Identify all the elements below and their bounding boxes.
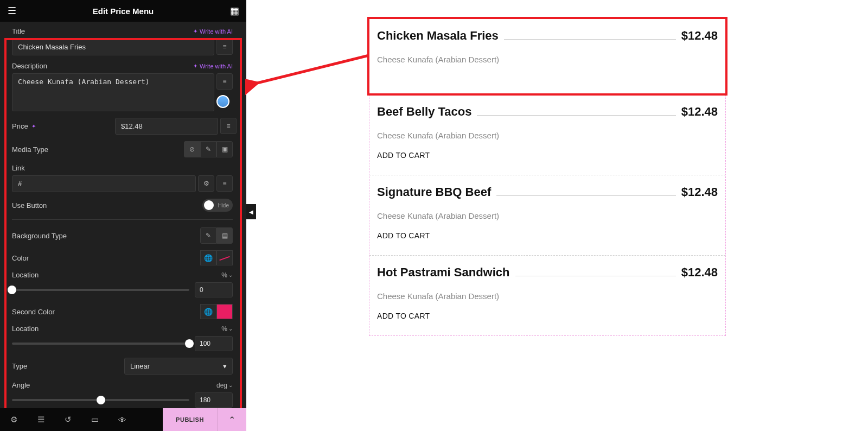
media-none-icon[interactable]: ⊘ <box>184 141 200 157</box>
bg-gradient-icon[interactable]: ▤ <box>216 227 233 244</box>
responsive-icon[interactable]: ▭ <box>81 408 108 431</box>
title-input[interactable] <box>12 39 214 55</box>
use-button-toggle[interactable]: Hide <box>202 199 233 212</box>
title-db-icon[interactable]: ≡ <box>216 39 233 55</box>
annotation-arrow <box>245 33 375 98</box>
menu-item-divider <box>496 195 675 196</box>
chevron-down-icon: ▾ <box>223 362 227 370</box>
title-label: Title <box>12 27 25 35</box>
location-label: Location <box>12 271 39 279</box>
type-label: Type <box>12 362 27 370</box>
preview-icon[interactable]: 👁 <box>108 408 136 431</box>
use-button-label: Use Button <box>12 201 47 210</box>
description-input[interactable] <box>12 73 214 111</box>
location-slider[interactable] <box>12 289 189 291</box>
menu-item-price: $12.48 <box>681 105 718 119</box>
angle-value[interactable] <box>195 392 233 408</box>
menu-item-divider <box>477 115 675 116</box>
publish-button[interactable]: PUBLISH <box>163 408 217 431</box>
sidebar-footer: ⚙ ☰ ↺ ▭ 👁 PUBLISH ⌃ <box>0 408 246 431</box>
angle-label: Angle <box>12 381 30 389</box>
media-icon-icon[interactable]: ✎ <box>200 141 216 157</box>
color-label: Color <box>12 254 29 262</box>
editor-sidebar: ☰ Edit Price Menu ▦ Title Write with AI … <box>0 0 246 431</box>
sidebar-body: Title Write with AI ≡ Description Write … <box>0 22 246 408</box>
menu-item-price: $12.48 <box>681 29 718 43</box>
add-to-cart-button[interactable]: ADD TO CART <box>377 151 718 160</box>
menu-item-divider <box>504 39 676 40</box>
link-settings-icon[interactable]: ⚙ <box>198 175 214 192</box>
bg-type-label: Background Type <box>12 232 67 240</box>
settings-icon[interactable]: ⚙ <box>0 408 27 431</box>
bg-solid-icon[interactable]: ✎ <box>200 227 216 244</box>
color-swatch-none[interactable] <box>216 250 233 265</box>
menu-item-title: Hot Pastrami Sandwich <box>377 265 510 280</box>
location-unit[interactable]: % <box>221 271 233 279</box>
add-to-cart-button[interactable]: ADD TO CART <box>377 231 718 240</box>
menu-item-desc: Cheese Kunafa (Arabian Dessert) <box>377 131 718 140</box>
publish-dropdown-icon[interactable]: ⌃ <box>217 408 246 431</box>
menu-item-desc: Cheese Kunafa (Arabian Dessert) <box>377 55 718 64</box>
slider-thumb[interactable] <box>8 286 16 294</box>
menu-item-desc: Cheese Kunafa (Arabian Dessert) <box>377 211 718 220</box>
type-select[interactable]: Linear ▾ <box>124 358 233 375</box>
link-label: Link <box>12 164 25 172</box>
angle-slider[interactable] <box>12 399 189 401</box>
slider-thumb[interactable] <box>185 339 194 348</box>
menu-item[interactable]: Beef Belly Tacos $12.48 Cheese Kunafa (A… <box>369 95 725 175</box>
media-type-label: Media Type <box>12 145 48 154</box>
menu-item-selected[interactable]: Chicken Masala Fries $12.48 Cheese Kunaf… <box>367 17 727 96</box>
slider-thumb[interactable] <box>97 396 105 404</box>
menu-item[interactable]: Hot Pastrami Sandwich $12.48 Cheese Kuna… <box>369 256 725 335</box>
menu-icon[interactable]: ☰ <box>5 5 18 17</box>
sidebar-header: ☰ Edit Price Menu ▦ <box>0 0 246 22</box>
price-label: Price <box>12 122 110 130</box>
layers-icon[interactable]: ☰ <box>27 408 54 431</box>
menu-item-title: Signature BBQ Beef <box>377 185 491 199</box>
second-color-global-icon[interactable]: 🌐 <box>200 304 216 319</box>
menu-item-desc: Cheese Kunafa (Arabian Dessert) <box>377 291 718 301</box>
grid-icon[interactable]: ▦ <box>228 5 241 17</box>
price-input[interactable] <box>115 118 218 135</box>
menu-item-price: $12.48 <box>681 185 718 199</box>
toggle-knob <box>204 200 214 210</box>
location2-unit[interactable]: % <box>221 325 233 333</box>
desc-db-icon[interactable]: ≡ <box>216 73 233 90</box>
menu-item-divider <box>515 276 676 276</box>
ai-assistant-icon[interactable] <box>216 95 229 108</box>
toggle-state: Hide <box>218 202 229 208</box>
sidebar-title: Edit Price Menu <box>18 7 228 16</box>
link-db-icon[interactable]: ≡ <box>216 175 233 192</box>
location2-value[interactable] <box>195 336 233 351</box>
location2-label: Location <box>12 325 39 333</box>
menu-item-title: Beef Belly Tacos <box>377 105 471 119</box>
divider <box>12 219 233 220</box>
description-label: Description <box>12 62 47 70</box>
preview-canvas: Chicken Masala Fries $12.48 Cheese Kunaf… <box>369 18 726 336</box>
location2-slider[interactable] <box>12 343 189 345</box>
write-with-ai-title[interactable]: Write with AI <box>193 28 233 35</box>
media-image-icon[interactable]: ▣ <box>216 141 233 157</box>
menu-item[interactable]: Signature BBQ Beef $12.48 Cheese Kunafa … <box>369 175 725 256</box>
menu-item-price: $12.48 <box>681 265 718 280</box>
menu-item-title: Chicken Masala Fries <box>377 29 499 43</box>
type-select-value: Linear <box>130 362 150 370</box>
price-menu-widget[interactable]: Chicken Masala Fries $12.48 Cheese Kunaf… <box>369 18 726 336</box>
second-color-label: Second Color <box>12 308 55 316</box>
write-with-ai-desc[interactable]: Write with AI <box>193 63 233 69</box>
price-db-icon[interactable]: ≡ <box>220 118 237 134</box>
location-value[interactable] <box>195 282 233 297</box>
add-to-cart-button[interactable]: ADD TO CART <box>377 312 718 320</box>
collapse-sidebar-tab[interactable]: ◀ <box>246 204 256 219</box>
color-global-icon[interactable]: 🌐 <box>200 250 216 265</box>
history-icon[interactable]: ↺ <box>54 408 81 431</box>
second-color-swatch[interactable] <box>216 304 233 319</box>
svg-line-0 <box>255 55 369 84</box>
angle-unit[interactable]: deg <box>216 382 233 389</box>
link-input[interactable] <box>12 175 196 192</box>
